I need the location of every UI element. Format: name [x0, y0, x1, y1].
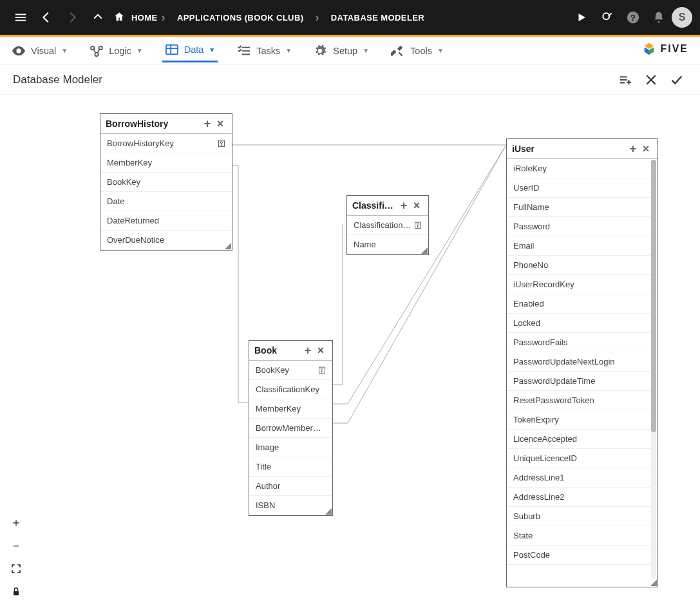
resize-handle[interactable]: [225, 243, 231, 249]
table-classification[interactable]: Classificat + × ClassificationKey⚿ Name: [346, 195, 429, 255]
home-icon[interactable]: [113, 11, 125, 24]
table-row[interactable]: Author: [249, 477, 332, 496]
close-icon[interactable]: ×: [214, 118, 227, 129]
table-row[interactable]: FullName: [507, 198, 657, 217]
table-row[interactable]: PostCode: [507, 546, 657, 565]
crumb-modeler[interactable]: DATABASE MODELER: [331, 13, 424, 23]
back-icon[interactable]: [33, 5, 59, 30]
table-row[interactable]: TokenExpiry: [507, 410, 657, 430]
table-row[interactable]: ClassificationKey: [249, 380, 332, 399]
table-row[interactable]: Image: [249, 438, 332, 457]
up-icon[interactable]: [85, 5, 111, 30]
tab-data[interactable]: Data▼: [162, 39, 218, 62]
forward-icon: [59, 5, 85, 30]
table-row[interactable]: BorrowMemberKey: [249, 419, 332, 438]
table-row[interactable]: State: [507, 526, 657, 546]
table-row[interactable]: AddressLine1: [507, 468, 657, 488]
page-title: Database Modeler: [13, 73, 102, 86]
table-row[interactable]: Name: [347, 235, 428, 254]
add-table-button[interactable]: [612, 67, 638, 93]
table-row[interactable]: iUserRecordKey: [507, 275, 657, 294]
breadcrumb: HOME › APPLICATIONS (BOOK CLUB) › DATABA…: [113, 11, 424, 24]
svg-text:?: ?: [630, 13, 636, 23]
table-title: Classificat: [352, 200, 397, 211]
close-icon[interactable]: ×: [314, 345, 327, 356]
crumb-home[interactable]: HOME: [131, 13, 158, 23]
svg-rect-10: [166, 45, 178, 54]
tab-visual[interactable]: Visual▼: [9, 41, 70, 61]
table-row[interactable]: AddressLine2: [507, 488, 657, 507]
fullscreen-button[interactable]: [8, 560, 24, 577]
table-row[interactable]: ISBN: [249, 496, 332, 515]
table-row[interactable]: MemberKey: [100, 153, 232, 173]
table-row[interactable]: Title: [249, 457, 332, 477]
table-row[interactable]: ResetPasswordToken: [507, 391, 657, 410]
table-row[interactable]: UserID: [507, 178, 657, 198]
scrollbar[interactable]: [651, 160, 656, 579]
svg-rect-1: [15, 17, 26, 18]
key-icon: ⚿: [218, 139, 225, 148]
zoom-in-button[interactable]: ＋: [8, 514, 24, 531]
table-row[interactable]: PasswordFails: [507, 333, 657, 352]
table-row[interactable]: Email: [507, 236, 657, 256]
table-row[interactable]: PhoneNo: [507, 256, 657, 275]
table-row[interactable]: Password: [507, 217, 657, 236]
table-row[interactable]: OverDueNotice: [100, 231, 232, 250]
table-title: iUser: [512, 144, 627, 154]
lock-button[interactable]: [8, 584, 24, 600]
table-borrowhistory[interactable]: BorrowHistory + × BorrowHistoryKey⚿ Memb…: [100, 113, 232, 251]
table-row[interactable]: Date: [100, 192, 232, 211]
table-row[interactable]: LicenceAccepted: [507, 430, 657, 449]
resize-handle[interactable]: [325, 508, 332, 515]
zoom-out-button[interactable]: －: [8, 537, 24, 554]
table-row[interactable]: Locked: [507, 314, 657, 333]
tasks-icon: [237, 45, 251, 57]
close-icon[interactable]: ×: [410, 200, 423, 211]
svg-point-9: [95, 52, 98, 55]
tab-tasks[interactable]: Tasks▼: [234, 40, 294, 62]
tab-setup[interactable]: Setup▼: [311, 39, 372, 62]
table-row[interactable]: BookKey⚿: [249, 361, 332, 380]
table-book[interactable]: Book + × BookKey⚿ ClassificationKey Memb…: [249, 340, 333, 516]
tab-tools[interactable]: Tools▼: [388, 39, 446, 62]
resize-handle[interactable]: [650, 580, 657, 586]
notifications-icon[interactable]: [646, 5, 672, 30]
svg-rect-0: [15, 14, 26, 15]
table-row[interactable]: iRoleKey: [507, 159, 657, 178]
resize-handle[interactable]: [421, 247, 428, 254]
chevron-right-icon: ›: [315, 11, 319, 24]
table-row[interactable]: PasswordUpdateNextLogin: [507, 352, 657, 372]
tab-setup-label: Setup: [333, 46, 357, 56]
tools-icon: [391, 44, 405, 57]
table-iuser[interactable]: iUser + × iRoleKey UserID FullName Passw…: [506, 138, 658, 587]
table-row[interactable]: Enabled: [507, 294, 657, 314]
cancel-button[interactable]: [638, 67, 664, 93]
search-icon[interactable]: [594, 5, 620, 30]
add-field-icon[interactable]: +: [397, 200, 410, 211]
table-row[interactable]: MemberKey: [249, 399, 332, 419]
table-row[interactable]: DateReturned: [100, 211, 232, 231]
table-row[interactable]: BookKey: [100, 173, 232, 192]
help-icon[interactable]: ?: [620, 5, 646, 30]
svg-rect-2: [15, 20, 26, 21]
menu-icon[interactable]: [8, 5, 33, 30]
tab-tools-label: Tools: [410, 46, 432, 56]
tab-logic-label: Logic: [109, 46, 131, 56]
chevron-right-icon: ›: [162, 11, 166, 24]
save-button[interactable]: [664, 67, 690, 93]
avatar[interactable]: S: [672, 7, 692, 28]
table-row[interactable]: BorrowHistoryKey⚿: [100, 134, 232, 153]
tab-data-label: Data: [184, 44, 204, 55]
run-icon[interactable]: [569, 5, 594, 30]
table-row[interactable]: ClassificationKey⚿: [347, 216, 428, 235]
add-field-icon[interactable]: +: [301, 345, 314, 356]
table-row[interactable]: PasswordUpdateTime: [507, 372, 657, 391]
add-field-icon[interactable]: +: [201, 118, 214, 129]
table-row[interactable]: UniqueLicenceID: [507, 449, 657, 468]
crumb-applications[interactable]: APPLICATIONS (BOOK CLUB): [177, 13, 303, 23]
tab-logic[interactable]: Logic▼: [87, 40, 146, 62]
table-title: BorrowHistory: [106, 119, 201, 129]
table-row[interactable]: Suburb: [507, 507, 657, 526]
close-icon[interactable]: ×: [639, 143, 652, 155]
add-field-icon[interactable]: +: [627, 143, 639, 155]
